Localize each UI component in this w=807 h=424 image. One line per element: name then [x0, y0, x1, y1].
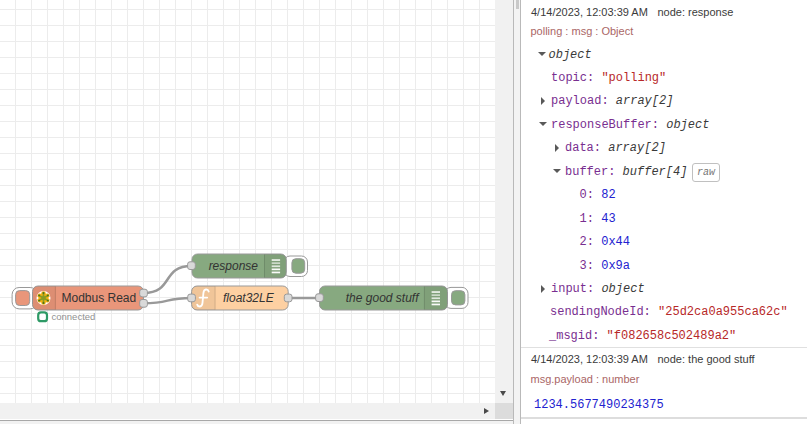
svg-text:Modbus Read: Modbus Read	[62, 291, 137, 305]
svg-text:connected: connected	[52, 311, 96, 322]
svg-text:float32LE: float32LE	[223, 291, 275, 305]
svg-text:the good stuff: the good stuff	[346, 291, 420, 305]
svg-text:response: response	[209, 259, 259, 273]
